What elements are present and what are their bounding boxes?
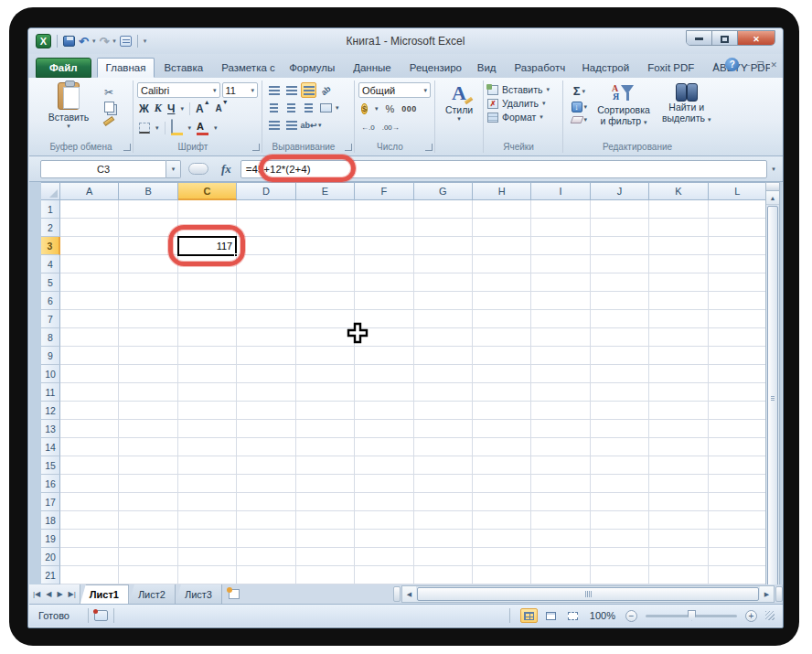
insert-cells-button[interactable]: Вставить▾ bbox=[487, 84, 559, 95]
zoom-level[interactable]: 100% bbox=[590, 610, 615, 621]
column-header-f[interactable]: F bbox=[355, 182, 413, 200]
row-header-4[interactable]: 4 bbox=[41, 255, 60, 273]
grid-column-a[interactable] bbox=[60, 200, 119, 584]
sheet-tab-лист2[interactable]: Лист2 bbox=[129, 584, 176, 604]
borders-icon[interactable] bbox=[139, 123, 150, 134]
insert-function-button[interactable]: fx bbox=[221, 162, 231, 177]
grow-font-button[interactable]: A▲ bbox=[196, 102, 210, 115]
table-mode-icon[interactable] bbox=[120, 36, 132, 47]
horizontal-scroll-thumb[interactable] bbox=[417, 587, 759, 601]
paste-dropdown-icon[interactable]: ▾ bbox=[67, 123, 70, 130]
page-break-view-button[interactable] bbox=[564, 608, 582, 623]
decrease-indent-button[interactable] bbox=[266, 117, 282, 133]
row-header-11[interactable]: 11 bbox=[41, 383, 60, 402]
column-header-b[interactable]: B bbox=[119, 182, 177, 200]
expand-formula-bar-icon[interactable]: ▾ bbox=[767, 166, 780, 173]
align-right-button[interactable] bbox=[301, 100, 316, 115]
row-header-12[interactable]: 12 bbox=[41, 402, 60, 420]
format-painter-icon[interactable] bbox=[103, 116, 115, 126]
tab-надстрой[interactable]: Надстрой bbox=[573, 58, 639, 78]
merge-dropdown-icon[interactable]: ▾ bbox=[336, 104, 339, 112]
tab-разметка-с[interactable]: Разметка с bbox=[212, 58, 280, 78]
close-button[interactable]: ✕ bbox=[738, 31, 775, 46]
title-bar[interactable]: X ↶▾ ↷▾ ▾ Книга1 - Microsoft Excel ✕ bbox=[28, 28, 783, 54]
styles-dropdown-icon[interactable]: ▾ bbox=[457, 115, 461, 123]
page-layout-view-button[interactable] bbox=[542, 608, 560, 623]
find-select-button[interactable]: Найти и выделить ▾ bbox=[656, 82, 717, 140]
copy-icon[interactable] bbox=[104, 102, 114, 113]
tab-file[interactable]: Файл bbox=[36, 58, 91, 78]
tab-рецензиро[interactable]: Рецензиро bbox=[401, 58, 468, 78]
row-header-17[interactable]: 17 bbox=[41, 493, 60, 511]
tab-foxit-pdf[interactable]: Foxit PDF bbox=[638, 58, 703, 78]
orientation-button[interactable]: ab bbox=[318, 82, 334, 98]
row-header-6[interactable]: 6 bbox=[41, 292, 60, 310]
vertical-scrollbar[interactable]: ▲ ▼ bbox=[765, 182, 780, 605]
decrease-decimal-button[interactable]: .00→ bbox=[382, 124, 400, 132]
horizontal-scrollbar[interactable]: ◀ ▶ bbox=[401, 585, 775, 603]
customize-qat-dropdown-icon[interactable]: ▾ bbox=[144, 38, 147, 45]
row-header-5[interactable]: 5 bbox=[41, 273, 60, 292]
tab-формулы[interactable]: Формулы bbox=[280, 58, 344, 78]
accounting-format-button[interactable]: $ bbox=[361, 102, 368, 114]
tab-главная[interactable]: Главная bbox=[97, 58, 155, 78]
grid-column-g[interactable] bbox=[414, 200, 473, 584]
save-icon[interactable] bbox=[63, 36, 75, 47]
row-header-1[interactable]: 1 bbox=[41, 200, 60, 219]
tab-данные[interactable]: Данные bbox=[344, 58, 401, 78]
column-header-k[interactable]: K bbox=[649, 182, 708, 200]
grid-column-k[interactable] bbox=[649, 200, 708, 584]
column-header-h[interactable]: H bbox=[473, 182, 531, 200]
styles-button[interactable]: А Стили ▾ bbox=[439, 82, 479, 123]
font-family-select[interactable]: Calibri▾ bbox=[137, 82, 220, 98]
comma-style-button[interactable]: 000 bbox=[401, 104, 417, 113]
sheet-tab-лист3[interactable]: Лист3 bbox=[176, 584, 222, 604]
shrink-font-button[interactable]: A▼ bbox=[216, 102, 229, 113]
percent-style-button[interactable]: % bbox=[386, 103, 395, 114]
cut-icon[interactable]: ✂ bbox=[104, 86, 113, 99]
row-header-13[interactable]: 13 bbox=[41, 420, 60, 438]
number-format-select[interactable]: Общий▾ bbox=[358, 82, 431, 98]
workbook-restore-icon[interactable]: ❐ bbox=[756, 60, 764, 70]
column-header-e[interactable]: E bbox=[296, 182, 355, 200]
prev-sheet-icon[interactable]: ◀ bbox=[46, 590, 51, 598]
paste-button[interactable]: Вставить ▾ bbox=[42, 82, 95, 140]
font-dialog-launcher-icon[interactable] bbox=[252, 144, 260, 151]
vertical-split-handle[interactable] bbox=[766, 183, 779, 191]
scroll-left-icon[interactable]: ◀ bbox=[402, 586, 416, 602]
align-top-button[interactable] bbox=[266, 82, 282, 98]
minimize-button[interactable] bbox=[687, 31, 712, 46]
scroll-right-icon[interactable]: ▶ bbox=[760, 586, 774, 602]
grid-column-j[interactable] bbox=[591, 200, 649, 584]
number-dialog-launcher-icon[interactable] bbox=[425, 144, 433, 151]
row-header-21[interactable]: 21 bbox=[41, 566, 60, 584]
row-header-19[interactable]: 19 bbox=[41, 530, 60, 548]
bold-button[interactable]: Ж bbox=[139, 102, 149, 115]
grid-column-f[interactable] bbox=[355, 200, 413, 584]
name-box[interactable]: C3 bbox=[40, 160, 166, 178]
column-header-l[interactable]: L bbox=[709, 182, 767, 200]
delete-cells-button[interactable]: ✗ Удалить▾ bbox=[487, 98, 559, 109]
normal-view-button[interactable] bbox=[520, 608, 538, 623]
vertical-scroll-thumb[interactable] bbox=[767, 206, 778, 589]
zoom-out-button[interactable]: − bbox=[625, 610, 637, 622]
tab-scrollbar-splitter[interactable] bbox=[393, 586, 401, 602]
row-header-18[interactable]: 18 bbox=[41, 511, 60, 530]
sort-filter-button[interactable]: АЯ Сортировка и фильтр ▾ bbox=[593, 82, 655, 140]
last-sheet-icon[interactable]: ▶| bbox=[69, 590, 76, 598]
column-header-a[interactable]: A bbox=[60, 182, 119, 200]
clear-button[interactable]: ▾ bbox=[572, 116, 588, 123]
merge-center-button[interactable] bbox=[318, 100, 334, 115]
collapse-ribbon-icon[interactable]: ∧ bbox=[713, 60, 720, 70]
insert-worksheet-button[interactable] bbox=[222, 584, 246, 604]
font-color-button[interactable]: А bbox=[197, 120, 208, 135]
undo-icon[interactable]: ↶ bbox=[79, 35, 89, 48]
borders-dropdown-icon[interactable]: ▾ bbox=[155, 124, 159, 132]
clipboard-dialog-launcher-icon[interactable] bbox=[123, 144, 131, 151]
row-header-8[interactable]: 8 bbox=[41, 328, 60, 347]
font-color-dropdown-icon[interactable]: ▾ bbox=[214, 124, 218, 132]
increase-decimal-button[interactable]: ←.0 bbox=[361, 124, 375, 132]
macro-record-icon[interactable] bbox=[94, 610, 108, 621]
tab-вид[interactable]: Вид bbox=[468, 58, 506, 78]
next-sheet-icon[interactable]: ▶ bbox=[57, 590, 62, 598]
